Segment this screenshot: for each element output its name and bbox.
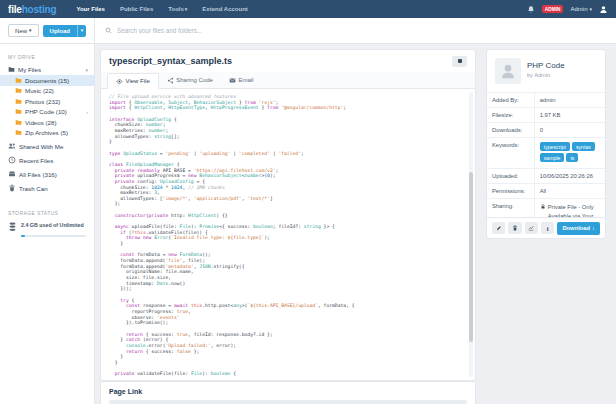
user-dropdown[interactable]: Admin▾	[570, 6, 592, 12]
top-navbar: filehosting Your Files Public Files Tool…	[0, 0, 616, 18]
row-label: Keywords:	[487, 138, 534, 169]
download-button[interactable]: Download↓	[557, 222, 600, 235]
nav-tools[interactable]: Tools▾	[168, 6, 187, 12]
caret-down-icon: ▾	[185, 7, 188, 12]
share-icon	[167, 77, 174, 84]
keyword-badge[interactable]: typescript	[540, 142, 570, 151]
brand-logo[interactable]: filehosting	[8, 4, 56, 15]
nav-your-files[interactable]: Your Files	[76, 6, 105, 12]
sidebar-item-shared-with-me[interactable]: Shared With Me	[0, 140, 94, 152]
folder-icon	[15, 129, 22, 136]
keyword-badge[interactable]: sample	[540, 153, 565, 162]
sidebar-item-zip-archives[interactable]: Zip Archives (5)	[0, 128, 94, 139]
sidebar-item-label: Trash Can	[19, 185, 94, 192]
storage-status: STORAGE STATUS 2.4 GB used of Unlimited	[0, 210, 94, 237]
nav-extend-account[interactable]: Extend Account	[202, 6, 247, 12]
sidebar-item-documents[interactable]: Documents (15)	[0, 75, 94, 86]
tab-label: Sharing Code	[176, 77, 213, 83]
upload-button-label: Upload	[43, 25, 77, 37]
sidebar-item-recent-files[interactable]: Recent Files	[0, 154, 94, 166]
tab-sharing-code[interactable]: Sharing Code	[159, 72, 221, 88]
sidebar-item-label: Music (22)	[25, 87, 94, 94]
delete-button[interactable]	[508, 222, 521, 234]
row-label: Added By:	[487, 93, 534, 108]
category-avatar	[495, 58, 521, 84]
tab-email[interactable]: Email	[221, 72, 262, 88]
info-button[interactable]: i	[541, 222, 554, 234]
row-downloads: Downloads: 0	[487, 123, 605, 138]
nav-tools-label: Tools	[168, 6, 184, 12]
row-permissions: Permissions: All	[487, 184, 605, 199]
sidebar: MY DRIVE My Files ▾ Documents (15) Music…	[0, 44, 95, 404]
file-details-card: PHP Code by Admin Added By: admin Filesi…	[486, 49, 606, 234]
sidebar-item-label: Photos (232)	[25, 98, 94, 105]
sidebar-item-label: All Files (316)	[19, 171, 94, 178]
row-value: 10/06/2025 20:26:26	[534, 169, 605, 184]
row-value: typescriptsyntaxsamplets	[534, 138, 605, 169]
drive-icon	[8, 170, 16, 178]
upload-split-button[interactable]: Upload▾	[43, 25, 86, 37]
page-link-title: Page Link	[109, 388, 467, 395]
search-input[interactable]	[117, 27, 616, 34]
page-link-input[interactable]	[109, 400, 467, 404]
database-icon	[8, 222, 17, 232]
sidebar-item-photos[interactable]: Photos (232)	[0, 96, 94, 107]
category-name: PHP Code	[527, 61, 565, 70]
row-label: Downloads:	[487, 123, 534, 138]
my-drive-label: MY DRIVE	[8, 54, 94, 60]
new-button-label: New	[15, 28, 27, 34]
code-preview: // File upload service with advanced fea…	[101, 89, 475, 380]
folder-icon	[15, 119, 22, 126]
bell-icon[interactable]	[527, 5, 535, 14]
main-nav: Your Files Public Files Tools▾ Extend Ac…	[76, 6, 247, 12]
storage-progress-bar	[21, 235, 86, 237]
sidebar-item-label: Shared With Me	[19, 143, 94, 150]
code-scrollbar[interactable]	[469, 92, 473, 377]
folder-icon	[15, 108, 22, 115]
sidebar-item-all-files[interactable]: All Files (316)	[0, 168, 94, 180]
download-arrow-icon: ↓	[592, 225, 595, 231]
sidebar-item-my-files[interactable]: My Files ▾	[0, 64, 94, 75]
lock-icon	[540, 203, 546, 210]
folder-icon	[15, 77, 22, 84]
sidebar-item-music[interactable]: Music (22)	[0, 86, 94, 97]
row-value: 0	[534, 123, 605, 138]
caret-down-icon: ▾	[589, 7, 592, 12]
info-icon: i	[547, 225, 549, 232]
sidebar-item-php-code[interactable]: PHP Code (10) ›	[0, 107, 94, 118]
row-keywords: Keywords: typescriptsyntaxsamplets	[487, 138, 605, 169]
sidebar-item-trash-can[interactable]: Trash Can	[0, 182, 94, 194]
sidebar-item-label: Zip Archives (5)	[25, 129, 94, 136]
edit-button[interactable]	[492, 222, 505, 234]
caret-down-icon: ▾	[29, 28, 32, 33]
file-tabs: View File Sharing Code Email	[101, 72, 475, 89]
sidebar-toolbar: New▾ Upload▾	[0, 18, 95, 44]
row-label: Uploaded:	[487, 169, 534, 184]
sidebar-item-label: Videos (28)	[25, 119, 94, 126]
file-options-button[interactable]	[452, 56, 467, 67]
code-block: // File upload service with advanced fea…	[109, 94, 465, 377]
chevron-right-icon: ›	[86, 109, 88, 115]
stats-button[interactable]	[525, 222, 538, 234]
row-label: Filesize:	[487, 108, 534, 123]
tab-label: View File	[126, 78, 150, 84]
sidebar-item-label: Documents (15)	[25, 77, 94, 84]
upload-dropdown-toggle[interactable]: ▾	[77, 25, 86, 37]
storage-usage-text: 2.4 GB used of Unlimited	[21, 222, 84, 229]
scrollbar-thumb[interactable]	[469, 172, 473, 342]
file-header: typescript_syntax_sample.ts	[101, 50, 475, 72]
user-avatar-icon[interactable]	[599, 5, 608, 14]
folder-icon	[15, 98, 22, 105]
file-title: typescript_syntax_sample.ts	[109, 56, 452, 66]
keyword-badge[interactable]: syntax	[572, 142, 595, 151]
admin-role-badge: ADMIN	[542, 5, 564, 13]
clock-icon	[8, 156, 16, 164]
row-label: Permissions:	[487, 184, 534, 199]
new-button[interactable]: New▾	[8, 24, 39, 37]
sidebar-item-videos[interactable]: Videos (28)	[0, 117, 94, 128]
trash-icon	[512, 225, 518, 231]
nav-public-files[interactable]: Public Files	[120, 6, 153, 12]
keyword-badge[interactable]: ts	[566, 153, 578, 162]
sidebar-item-label: PHP Code (10)	[25, 108, 83, 115]
tab-view-file[interactable]: View File	[107, 73, 159, 89]
